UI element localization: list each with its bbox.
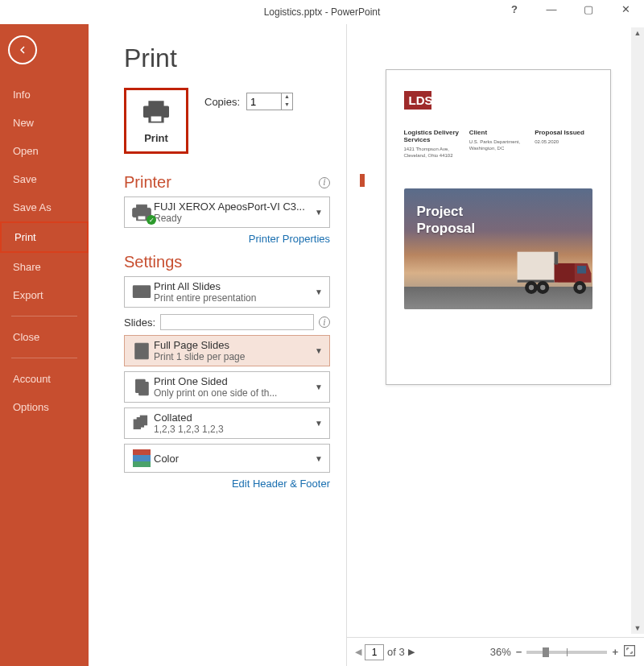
- svg-rect-22: [554, 251, 558, 264]
- print-button[interactable]: Print: [124, 88, 188, 154]
- slides-info-icon[interactable]: i: [319, 316, 330, 328]
- minimize-icon[interactable]: —: [533, 0, 570, 18]
- slides-input[interactable]: [160, 314, 314, 330]
- collate-dropdown[interactable]: Collated 1,2,3 1,2,3 1,2,3 ▼: [124, 407, 330, 439]
- collate-sub: 1,2,3 1,2,3 1,2,3: [154, 424, 313, 435]
- printer-name: FUJI XEROX ApeosPort-VI C3...: [154, 201, 313, 213]
- sidebar-item-close[interactable]: Close: [0, 323, 89, 351]
- sidebar-item-account[interactable]: Account: [0, 365, 89, 393]
- preview-col1-head: Logistics Delivery Services: [404, 129, 461, 143]
- printer-properties-link[interactable]: Printer Properties: [124, 233, 330, 245]
- preview-pane: ▲ ▼ LDS Logistics Delivery Services 1421…: [346, 24, 644, 666]
- printer-section-header: Printer: [124, 173, 171, 192]
- restore-icon[interactable]: ▢: [570, 0, 607, 18]
- copies-down-icon[interactable]: ▼: [282, 101, 292, 110]
- copies-up-icon[interactable]: ▲: [282, 93, 292, 101]
- sidebar-item-open[interactable]: Open: [0, 137, 89, 165]
- window-title: Logistics.pptx - PowerPoint: [264, 6, 381, 18]
- settings-section-header: Settings: [124, 253, 182, 271]
- sides-dropdown[interactable]: Print One Sided Only print on one side o…: [124, 371, 330, 403]
- zoom-slider[interactable]: [526, 651, 607, 654]
- help-icon[interactable]: ?: [496, 0, 533, 18]
- svg-point-21: [577, 284, 582, 289]
- print-range-title: Print All Slides: [154, 280, 313, 292]
- print-range-sub: Print entire presentation: [154, 292, 313, 304]
- window-controls: ? — ▢ ✕: [496, 0, 644, 18]
- slides-all-icon: [130, 282, 154, 303]
- chevron-down-icon: ▼: [313, 346, 324, 355]
- svg-point-19: [540, 284, 545, 289]
- svg-rect-4: [135, 343, 148, 359]
- edit-header-footer-link[interactable]: Edit Header & Footer: [124, 478, 330, 490]
- chevron-down-icon: ▼: [313, 208, 324, 217]
- print-range-dropdown[interactable]: Print All Slides Print entire presentati…: [124, 276, 330, 308]
- prev-page-icon[interactable]: ◀: [355, 647, 361, 657]
- close-icon[interactable]: ✕: [607, 0, 644, 18]
- printer-status-text: Ready: [154, 213, 313, 224]
- printer-icon: [140, 98, 172, 127]
- chevron-down-icon: ▼: [313, 287, 324, 296]
- preview-col2-line: U.S. Parks Department, Washington, DC: [469, 139, 526, 152]
- svg-rect-12: [140, 416, 147, 424]
- svg-rect-1: [135, 287, 141, 292]
- svg-rect-23: [625, 646, 635, 656]
- page-total: of 3: [387, 646, 405, 658]
- color-title: Color: [154, 453, 313, 465]
- zoom-slider-thumb[interactable]: [543, 647, 549, 657]
- slide-preview: LDS Logistics Delivery Services 1421 Tho…: [386, 69, 611, 385]
- preview-col2-head: Client: [469, 129, 526, 136]
- collated-icon: [130, 413, 154, 434]
- zoom-out-button[interactable]: −: [516, 646, 522, 658]
- page-input[interactable]: [365, 644, 384, 660]
- copies-spinner[interactable]: ▲ ▼: [246, 93, 293, 110]
- copies-input[interactable]: [247, 93, 281, 110]
- zoom-in-button[interactable]: +: [612, 646, 618, 658]
- printer-dropdown[interactable]: ✓ FUJI XEROX ApeosPort-VI C3... Ready ▼: [124, 196, 330, 228]
- back-button[interactable]: [8, 35, 37, 64]
- layout-dropdown[interactable]: Full Page Slides Print 1 slide per page …: [124, 335, 330, 366]
- sidebar-item-saveas[interactable]: Save As: [0, 193, 89, 221]
- svg-point-17: [528, 284, 533, 289]
- margin-marker: [360, 174, 365, 187]
- sidebar-divider: [11, 358, 77, 358]
- truck-icon: [516, 240, 592, 304]
- preview-photo-title-l1: Project: [417, 204, 464, 219]
- page-title: Print: [124, 43, 330, 73]
- color-dropdown[interactable]: Color ▼: [124, 444, 330, 473]
- next-page-icon[interactable]: ▶: [408, 647, 415, 657]
- svg-rect-9: [139, 382, 148, 395]
- sides-sub: Only print on one side of th...: [154, 387, 313, 399]
- print-button-label: Print: [144, 132, 168, 144]
- sidebar-item-new[interactable]: New: [0, 109, 89, 137]
- slides-label: Slides:: [124, 316, 155, 329]
- sidebar-item-save[interactable]: Save: [0, 165, 89, 193]
- chevron-down-icon: ▼: [313, 383, 324, 391]
- sidebar-divider-accent: [11, 316, 77, 316]
- preview-col1-line: 1421 Thompson Ave, Cleveland, Ohio 44102: [404, 147, 461, 159]
- color-swatch-icon: [130, 449, 154, 467]
- printer-ready-icon: ✓: [147, 215, 156, 225]
- zoom-fit-button[interactable]: [623, 644, 636, 660]
- preview-brand: LDS: [404, 91, 431, 110]
- preview-photo-title-l2: Proposal: [417, 221, 476, 236]
- layout-title: Full Page Slides: [154, 339, 313, 351]
- print-panel: Print Print Copies: ▲ ▼ Print: [89, 24, 346, 666]
- sidebar-item-info[interactable]: Info: [0, 81, 89, 109]
- preview-col3-head: Proposal Issued: [535, 129, 592, 136]
- backstage-sidebar: Info New Open Save Save As Print Share E…: [0, 24, 89, 666]
- onesided-icon: [130, 377, 154, 398]
- preview-col3-line: 02.05.2020: [535, 139, 592, 146]
- printer-info-icon[interactable]: i: [319, 177, 330, 188]
- sidebar-item-export[interactable]: Export: [0, 281, 89, 309]
- preview-photo: Project Proposal: [404, 188, 592, 309]
- svg-rect-15: [577, 266, 586, 274]
- sidebar-item-print[interactable]: Print: [0, 221, 89, 253]
- collate-title: Collated: [154, 412, 313, 424]
- zoom-percent: 36%: [490, 646, 511, 658]
- title-bar: Logistics.pptx - PowerPoint ? — ▢ ✕: [0, 0, 644, 24]
- sidebar-item-share[interactable]: Share: [0, 253, 89, 281]
- layout-sub: Print 1 slide per page: [154, 351, 313, 362]
- fullpage-icon: [130, 341, 154, 362]
- sidebar-item-options[interactable]: Options: [0, 393, 89, 421]
- chevron-down-icon: ▼: [313, 454, 324, 463]
